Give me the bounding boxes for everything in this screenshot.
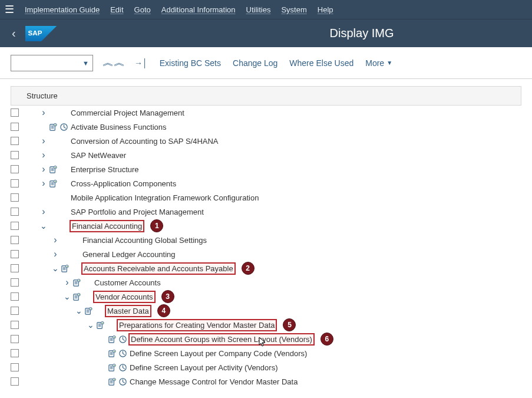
row-checkbox[interactable] <box>11 179 19 188</box>
tree-row: ›SAP NetWeaver <box>11 148 521 162</box>
activity-icon[interactable] <box>48 165 58 174</box>
chevron-right-icon[interactable]: › <box>51 249 60 259</box>
collapse-icon[interactable]: →│ <box>134 58 148 68</box>
chevron-right-icon[interactable]: › <box>39 150 48 160</box>
row-checkbox[interactable] <box>11 222 19 230</box>
chevron-down-icon[interactable]: ⌄ <box>62 292 72 301</box>
execute-icon[interactable] <box>59 122 68 131</box>
tree-row: ›Enterprise Structure <box>11 162 521 176</box>
chevron-right-icon[interactable]: › <box>39 178 48 189</box>
chevron-right-icon[interactable]: › <box>51 235 60 245</box>
row-checkbox[interactable] <box>11 307 19 315</box>
svg-point-9 <box>65 265 68 268</box>
menu-system[interactable]: System <box>281 5 306 14</box>
node-label[interactable]: General Ledger Accounting <box>81 249 177 259</box>
row-checkbox[interactable] <box>11 278 19 287</box>
execute-icon[interactable] <box>118 377 127 386</box>
menu-edit[interactable]: Edit <box>110 5 123 14</box>
node-label[interactable]: Enterprise Structure <box>70 165 140 175</box>
activity-icon[interactable] <box>95 320 105 330</box>
row-checkbox[interactable] <box>11 123 19 131</box>
hamburger-icon[interactable]: ☰ <box>5 3 14 16</box>
node-label[interactable]: Cross-Application Components <box>70 179 177 189</box>
chevron-right-icon[interactable]: › <box>39 107 48 118</box>
callout-marker: 5 <box>283 318 296 331</box>
node-label[interactable]: Conversion of Accounting to SAP S/4HANA <box>70 136 220 146</box>
row-checkbox[interactable] <box>11 137 19 145</box>
node-label[interactable]: Activate Business Functions <box>70 122 168 132</box>
row-checkbox[interactable] <box>11 377 19 386</box>
row-checkbox[interactable] <box>11 363 19 371</box>
node-label[interactable]: Preparations for Creating Vendor Master … <box>117 319 277 331</box>
menu-help[interactable]: Help <box>318 5 333 14</box>
activity-icon[interactable] <box>107 363 117 372</box>
svg-point-13 <box>77 293 80 296</box>
menu-additional-information[interactable]: Additional Information <box>161 5 236 14</box>
chevron-down-icon[interactable]: ⌄ <box>74 306 84 315</box>
node-label[interactable]: Financial Accounting <box>70 220 144 232</box>
node-label[interactable]: Define Screen Layout per Activity (Vendo… <box>128 363 279 373</box>
row-checkbox[interactable] <box>11 250 19 258</box>
node-label[interactable]: Vendor Accounts <box>93 291 156 303</box>
chevron-right-icon[interactable]: › <box>39 164 48 175</box>
svg-point-28 <box>113 378 115 381</box>
activity-icon[interactable] <box>84 306 93 315</box>
chevron-right-icon[interactable]: › <box>39 136 48 146</box>
activity-icon[interactable] <box>48 122 58 131</box>
node-label[interactable]: SAP Portfolio and Project Management <box>70 207 205 217</box>
node-label[interactable]: Define Account Groups with Screen Layout… <box>128 333 315 346</box>
chevron-down-icon[interactable]: ⌄ <box>86 320 95 330</box>
menu-utilities[interactable]: Utilities <box>246 5 271 14</box>
svg-point-7 <box>54 180 57 183</box>
execute-icon[interactable] <box>118 363 127 372</box>
row-checkbox[interactable] <box>11 208 19 216</box>
node-label[interactable]: SAP NetWeaver <box>70 150 127 160</box>
row-checkbox[interactable] <box>11 321 19 329</box>
menu-implementation-guide[interactable]: Implementation Guide <box>25 5 100 14</box>
activity-icon[interactable] <box>107 348 117 358</box>
node-label[interactable]: Define Screen Layout per Company Code (V… <box>128 348 308 358</box>
node-label[interactable]: Master Data <box>105 305 151 317</box>
row-checkbox[interactable] <box>11 236 19 244</box>
activity-icon[interactable] <box>60 264 70 273</box>
tree-row: ›General Ledger Accounting <box>11 247 521 261</box>
activity-icon[interactable] <box>72 292 81 301</box>
node-label[interactable]: Accounts Receivable and Accounts Payable <box>81 262 236 275</box>
existing-bc-sets-link[interactable]: Existing BC Sets <box>160 58 221 68</box>
activity-icon[interactable] <box>107 334 117 344</box>
back-button[interactable]: ‹ <box>7 27 21 40</box>
row-checkbox[interactable] <box>11 151 19 159</box>
row-checkbox[interactable] <box>11 292 19 301</box>
callout-marker: 4 <box>157 304 170 317</box>
chevron-down-icon[interactable]: ⌄ <box>51 264 60 273</box>
activity-icon[interactable] <box>48 179 58 188</box>
tree-row: ›Financial Accounting Global Settings <box>11 233 521 247</box>
execute-icon[interactable] <box>118 334 127 344</box>
where-else-used-link[interactable]: Where Else Used <box>289 58 353 68</box>
chevron-down-icon[interactable]: ⌄ <box>39 221 48 231</box>
activity-icon[interactable] <box>107 377 117 386</box>
more-link[interactable]: More ▼ <box>365 58 392 68</box>
row-checkbox[interactable] <box>11 193 19 202</box>
toolbar-dropdown[interactable]: ▼ <box>11 55 93 71</box>
row-checkbox[interactable] <box>11 108 19 117</box>
change-log-link[interactable]: Change Log <box>233 58 277 68</box>
row-checkbox[interactable] <box>11 264 19 272</box>
node-label[interactable]: Commercial Project Management <box>70 108 186 118</box>
node-label[interactable]: Change Message Control for Vendor Master… <box>128 377 299 387</box>
expand-all-icon[interactable]: ︽︽ <box>103 57 125 68</box>
tree-row: ⌄Vendor Accounts3 <box>11 290 521 304</box>
tree-row: Mobile Application Integration Framework… <box>11 190 521 205</box>
row-checkbox[interactable] <box>11 165 19 173</box>
menu-goto[interactable]: Goto <box>134 5 151 14</box>
row-checkbox[interactable] <box>11 349 19 357</box>
structure-header: Structure <box>11 86 521 106</box>
execute-icon[interactable] <box>118 348 127 358</box>
node-label[interactable]: Financial Accounting Global Settings <box>81 235 208 245</box>
node-label[interactable]: Customer Accounts <box>93 278 162 288</box>
row-checkbox[interactable] <box>11 335 19 343</box>
node-label[interactable]: Mobile Application Integration Framework… <box>70 193 260 203</box>
activity-icon[interactable] <box>72 278 81 287</box>
chevron-right-icon[interactable]: › <box>39 206 48 217</box>
chevron-right-icon[interactable]: › <box>62 277 72 288</box>
